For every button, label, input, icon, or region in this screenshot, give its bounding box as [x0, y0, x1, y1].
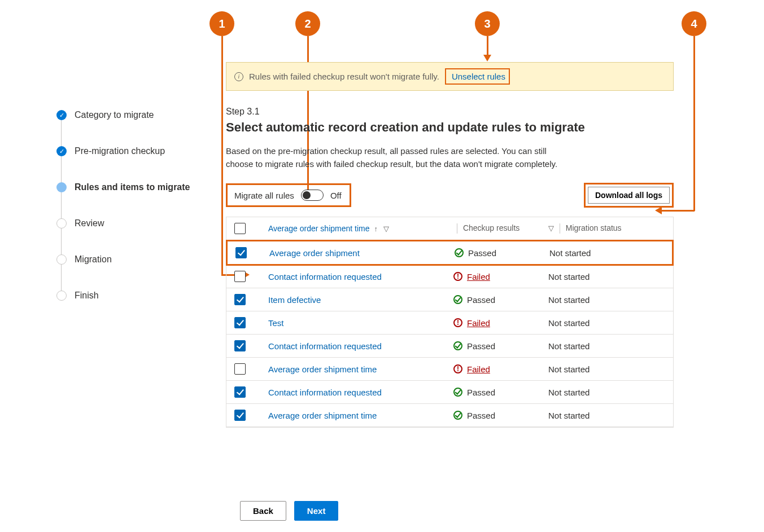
step-label: Rules and items to migrate: [75, 182, 190, 192]
row-checkbox[interactable]: [234, 386, 246, 398]
step-category[interactable]: ✓ Category to migrate: [56, 110, 203, 120]
checkup-result: !Failed: [453, 364, 544, 374]
step-rules-items[interactable]: Rules and items to migrate: [56, 182, 203, 192]
checkup-failed-link[interactable]: Failed: [467, 318, 490, 328]
main-panel: i Rules with failed checkup result won't…: [226, 62, 674, 428]
column-divider: [560, 223, 560, 234]
table-row[interactable]: Contact information requestedPassedNot s…: [226, 381, 673, 404]
rule-name-link[interactable]: Contact information requested: [268, 272, 449, 282]
checkup-result: Passed: [453, 341, 544, 351]
arrow-line: [487, 36, 488, 56]
back-button[interactable]: Back: [240, 501, 286, 521]
checkup-text: Passed: [467, 411, 495, 420]
checkup-failed-link[interactable]: Failed: [467, 364, 490, 374]
rule-name-link[interactable]: Average order shipment time: [268, 411, 449, 420]
checkup-result: !Failed: [453, 318, 544, 328]
sort-asc-icon[interactable]: ↑: [374, 225, 378, 233]
checkup-result: Passed: [453, 295, 544, 305]
callout-box-2: Migrate all rules Off: [226, 183, 351, 207]
checkup-result: Passed: [453, 411, 544, 420]
step-label: Review: [75, 218, 104, 228]
pending-step-icon: [56, 254, 67, 265]
table-row[interactable]: Average order shipmentPassedNot started: [226, 240, 674, 266]
passed-icon: [453, 388, 462, 397]
select-all-checkbox[interactable]: [234, 223, 246, 234]
rule-name-link[interactable]: Item defective: [268, 295, 449, 305]
migrate-all-toggle[interactable]: [301, 190, 324, 201]
row-checkbox[interactable]: [234, 363, 246, 375]
filter-icon[interactable]: ▽: [383, 225, 389, 233]
table-row[interactable]: Item defectivePassedNot started: [226, 288, 673, 311]
table-row[interactable]: Average order shipment timePassedNot sta…: [226, 404, 673, 427]
step-connector: [61, 265, 62, 294]
rule-name-link[interactable]: Test: [268, 318, 449, 328]
check-icon: ✓: [56, 110, 67, 120]
column-name[interactable]: Average order shipment time: [268, 224, 370, 233]
toggle-state-text: Off: [330, 191, 342, 200]
wizard-footer: Back Next: [240, 501, 338, 521]
callout-box-3: Unselect rules: [445, 68, 510, 85]
rules-grid: Average order shipment time ↑ ▽ Checkup …: [226, 217, 674, 428]
callout-1: 1: [209, 11, 234, 36]
rule-name-link[interactable]: Average order shipment: [269, 248, 450, 258]
rule-name-link[interactable]: Average order shipment time: [268, 364, 449, 374]
step-migration[interactable]: Migration: [56, 254, 203, 265]
passed-icon: [453, 411, 462, 420]
current-step-icon: [56, 182, 67, 192]
step-label: Pre-migration checkup: [75, 146, 165, 156]
download-all-logs-button[interactable]: Download all logs: [588, 187, 670, 204]
row-checkbox[interactable]: [234, 340, 246, 351]
callout-3: 3: [475, 11, 500, 36]
step-connector: [61, 120, 62, 150]
table-row[interactable]: Test!FailedNot started: [226, 311, 673, 335]
step-connector: [61, 192, 62, 222]
failed-icon: !: [453, 272, 462, 281]
column-migration[interactable]: Migration status: [566, 223, 622, 232]
banner-text: Rules with failed checkup result won't m…: [249, 72, 439, 81]
step-connector: [61, 156, 62, 186]
checkup-result: !Failed: [453, 272, 544, 282]
migration-status: Not started: [548, 341, 639, 351]
failed-icon: !: [453, 364, 462, 373]
row-checkbox[interactable]: [234, 294, 246, 305]
rule-name-link[interactable]: Contact information requested: [268, 388, 449, 397]
step-pre-migration[interactable]: ✓ Pre-migration checkup: [56, 146, 203, 156]
arrow-head: [483, 55, 491, 61]
row-checkbox[interactable]: [234, 317, 246, 328]
passed-icon: [453, 341, 462, 350]
row-checkbox[interactable]: [235, 247, 247, 258]
step-finish[interactable]: Finish: [56, 291, 203, 301]
table-row[interactable]: Average order shipment time!FailedNot st…: [226, 358, 673, 381]
migrate-all-label: Migrate all rules: [234, 191, 294, 200]
step-kicker: Step 3.1: [226, 107, 674, 117]
column-checkup[interactable]: Checkup results: [463, 223, 519, 232]
rule-name-link[interactable]: Contact information requested: [268, 341, 449, 351]
table-row[interactable]: Contact information requested!FailedNot …: [226, 265, 673, 288]
info-icon: i: [234, 72, 243, 81]
checkup-result: Passed: [455, 248, 545, 258]
migration-status: Not started: [548, 272, 639, 282]
passed-icon: [455, 248, 464, 257]
failed-icon: !: [453, 318, 462, 327]
row-checkbox[interactable]: [234, 410, 246, 421]
row-checkbox[interactable]: [234, 271, 246, 282]
callout-4: 4: [682, 11, 706, 36]
table-row[interactable]: Contact information requestedPassedNot s…: [226, 335, 673, 358]
page-description: Based on the pre-migration checkup resul…: [226, 145, 565, 170]
toggle-knob: [303, 191, 311, 199]
step-label: Migration: [75, 254, 112, 265]
pending-step-icon: [56, 291, 67, 301]
migration-status: Not started: [548, 295, 639, 305]
pending-step-icon: [56, 218, 67, 228]
checkup-text: Passed: [467, 388, 495, 397]
filter-icon[interactable]: ▽: [548, 224, 554, 232]
warning-banner: i Rules with failed checkup result won't…: [226, 62, 674, 91]
unselect-rules-link[interactable]: Unselect rules: [452, 72, 505, 81]
step-connector: [61, 228, 62, 258]
callout-2: 2: [295, 11, 320, 36]
checkup-text: Passed: [467, 341, 495, 351]
step-review[interactable]: Review: [56, 218, 203, 228]
next-button[interactable]: Next: [294, 501, 339, 521]
checkup-failed-link[interactable]: Failed: [467, 272, 490, 282]
column-divider: [457, 223, 457, 234]
